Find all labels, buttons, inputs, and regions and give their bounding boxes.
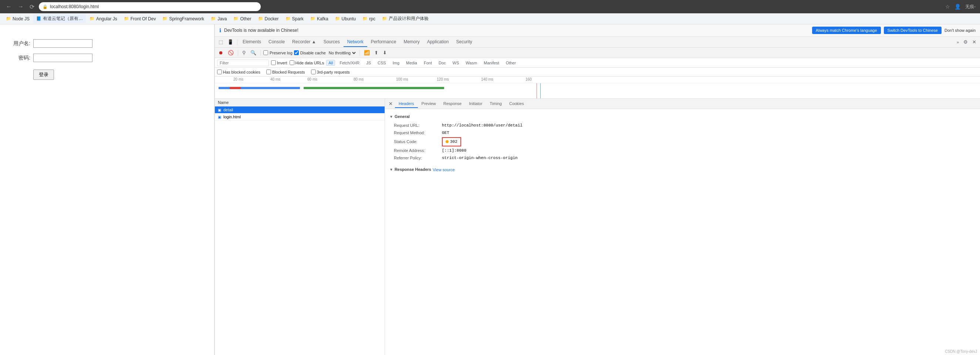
devtools-close-icon[interactable]: ✕ bbox=[970, 38, 978, 46]
tab-console[interactable]: Console bbox=[265, 37, 288, 47]
filter-doc-button[interactable]: Doc bbox=[436, 60, 448, 66]
tab-memory[interactable]: Memory bbox=[400, 37, 423, 47]
reload-button[interactable]: ⟳ bbox=[28, 2, 36, 12]
detail-close-button[interactable]: ✕ bbox=[387, 100, 395, 108]
bookmark-frontofdev[interactable]: 📁 Front Of Dev bbox=[121, 15, 159, 22]
devtools-settings-icon[interactable]: ⚙ bbox=[961, 38, 970, 46]
hide-data-urls-label[interactable]: Hide data URLs bbox=[290, 60, 325, 65]
filter-fetchxhr-button[interactable]: Fetch/XHR bbox=[337, 60, 362, 66]
switch-chinese-button[interactable]: Switch DevTools to Chinese bbox=[884, 27, 942, 34]
chevron-down-icon: ▼ bbox=[390, 167, 393, 173]
back-button[interactable]: ← bbox=[5, 2, 13, 11]
forward-button[interactable]: → bbox=[16, 2, 25, 11]
chevron-down-icon: ▼ bbox=[390, 114, 393, 120]
bookmark-other[interactable]: 📁 Other bbox=[231, 15, 254, 22]
filter-manifest-button[interactable]: Manifest bbox=[482, 60, 501, 66]
blocked-requests-checkbox[interactable] bbox=[266, 70, 271, 74]
detail-tab-timing[interactable]: Timing bbox=[486, 100, 506, 108]
general-section-header[interactable]: ▼ General bbox=[390, 112, 975, 122]
has-blocked-cookies-checkbox[interactable] bbox=[217, 70, 222, 74]
main-area: 用户名: 密码: 登录 ℹ DevTools is now available … bbox=[0, 24, 980, 355]
invert-checkbox[interactable] bbox=[271, 60, 276, 65]
more-tabs-icon[interactable]: » bbox=[955, 38, 961, 46]
bookmark-youdao[interactable]: 📘 有道云笔记（原有… bbox=[33, 14, 86, 23]
record-button[interactable]: ⏺ bbox=[217, 49, 225, 57]
search-icon[interactable]: 🔍 bbox=[249, 49, 258, 57]
tab-performance[interactable]: Performance bbox=[367, 37, 400, 47]
devtools-timeline: 20 ms 40 ms 60 ms 80 ms 100 ms 120 ms 14… bbox=[215, 76, 980, 99]
has-blocked-cookies-label[interactable]: Has blocked cookies bbox=[217, 70, 260, 74]
filter-css-button[interactable]: CSS bbox=[375, 60, 388, 66]
view-source-button[interactable]: View source bbox=[433, 167, 455, 172]
inspect-element-icon[interactable]: ⬚ bbox=[216, 38, 225, 46]
bookmark-spring[interactable]: 📁 SpringFramework bbox=[159, 15, 207, 22]
third-party-label[interactable]: 3rd-party requests bbox=[311, 70, 350, 74]
request-item-detail[interactable]: ▣ detail bbox=[215, 107, 385, 113]
bookmark-ubuntu[interactable]: 📁 Ubuntu bbox=[332, 15, 359, 22]
detail-tab-initiator[interactable]: Initiator bbox=[465, 100, 486, 108]
bookmark-angularjs[interactable]: 📁 Angular Js bbox=[86, 15, 120, 22]
filter-font-button[interactable]: Font bbox=[422, 60, 434, 66]
filter-ws-button[interactable]: WS bbox=[450, 60, 461, 66]
filter-icon[interactable]: ⚲ bbox=[241, 49, 247, 57]
bookmark-product[interactable]: 📁 产品设计和用户体验 bbox=[379, 14, 431, 23]
disable-cache-checkbox[interactable] bbox=[294, 50, 299, 55]
filter-img-button[interactable]: Img bbox=[391, 60, 402, 66]
page-content: 用户名: 密码: 登录 bbox=[0, 24, 215, 355]
download-icon[interactable]: ⬇ bbox=[381, 49, 388, 57]
username-input[interactable] bbox=[33, 39, 92, 48]
bookmark-docker[interactable]: 📁 Docker bbox=[255, 15, 282, 22]
tab-application[interactable]: Application bbox=[423, 37, 453, 47]
bookmark-label: Node JS bbox=[13, 16, 30, 21]
login-button[interactable]: 登录 bbox=[33, 70, 54, 80]
detail-tab-headers[interactable]: Headers bbox=[395, 100, 418, 108]
request-icon: ▣ bbox=[218, 115, 221, 119]
bookmark-label: Front Of Dev bbox=[130, 16, 156, 21]
tab-recorder[interactable]: Recorder ▲ bbox=[288, 37, 320, 47]
preserve-log-checkbox[interactable] bbox=[263, 50, 268, 55]
tab-sources[interactable]: Sources bbox=[320, 37, 344, 47]
devtools-toolbar: ⏺ 🚫 ⚲ 🔍 Preserve log Disable cache No th… bbox=[215, 48, 980, 58]
request-icon: ▣ bbox=[218, 108, 221, 112]
tab-network[interactable]: Network bbox=[344, 37, 367, 47]
status-dot-icon bbox=[445, 140, 449, 143]
clear-button[interactable]: 🚫 bbox=[226, 49, 235, 57]
profile-menu-icon[interactable]: 👤 bbox=[955, 4, 961, 10]
request-list-header: Name bbox=[215, 99, 385, 107]
tab-elements[interactable]: Elements bbox=[239, 37, 265, 47]
third-party-checkbox[interactable] bbox=[311, 70, 316, 74]
dont-show-button[interactable]: Don't show again bbox=[945, 28, 975, 33]
filter-media-button[interactable]: Media bbox=[404, 60, 419, 66]
upload-icon[interactable]: ⬆ bbox=[373, 49, 380, 57]
request-item-login[interactable]: ▣ login.html bbox=[215, 113, 385, 121]
bookmark-nodejs[interactable]: 📁 Node JS bbox=[3, 15, 33, 22]
address-bar[interactable]: 🔒 localhost:8080/login.html bbox=[39, 2, 261, 11]
star-icon[interactable]: ☆ bbox=[945, 4, 950, 10]
preserve-log-label[interactable]: Preserve log bbox=[263, 50, 293, 55]
filter-js-button[interactable]: JS bbox=[364, 60, 373, 66]
detail-tab-cookies[interactable]: Cookies bbox=[506, 100, 528, 108]
response-headers-section-header[interactable]: ▼ Response Headers View source bbox=[390, 165, 975, 175]
disable-cache-label[interactable]: Disable cache bbox=[294, 50, 326, 55]
blocked-requests-label[interactable]: Blocked Requests bbox=[266, 70, 305, 74]
password-input[interactable] bbox=[33, 54, 92, 62]
wifi-icon[interactable]: 📶 bbox=[363, 49, 371, 57]
device-toolbar-icon[interactable]: 📱 bbox=[225, 38, 235, 46]
filter-input[interactable] bbox=[217, 59, 269, 66]
detail-tab-response[interactable]: Response bbox=[440, 100, 466, 108]
bookmark-kafka[interactable]: 📁 Kafka bbox=[307, 15, 331, 22]
tab-security[interactable]: Security bbox=[452, 37, 476, 47]
folder-icon: 📁 bbox=[6, 16, 11, 21]
bookmark-java[interactable]: 📁 Java bbox=[208, 15, 230, 22]
invert-label[interactable]: Invert bbox=[271, 60, 287, 65]
bookmark-spark[interactable]: 📁 Spark bbox=[283, 15, 307, 22]
filter-all-button[interactable]: All bbox=[326, 60, 335, 66]
filter-other-button[interactable]: Other bbox=[504, 60, 519, 66]
throttle-select[interactable]: No throttling Fast 3G Slow 3G Offline bbox=[327, 50, 357, 56]
request-url-row: Request URL: http://localhost:8080/user/… bbox=[390, 122, 975, 129]
filter-wasm-button[interactable]: Wasm bbox=[463, 60, 479, 66]
hide-data-urls-checkbox[interactable] bbox=[290, 60, 294, 65]
match-language-button[interactable]: Always match Chrome's language bbox=[812, 27, 881, 34]
detail-tab-preview[interactable]: Preview bbox=[418, 100, 440, 108]
bookmark-rpc[interactable]: 📁 rpc bbox=[360, 15, 378, 22]
